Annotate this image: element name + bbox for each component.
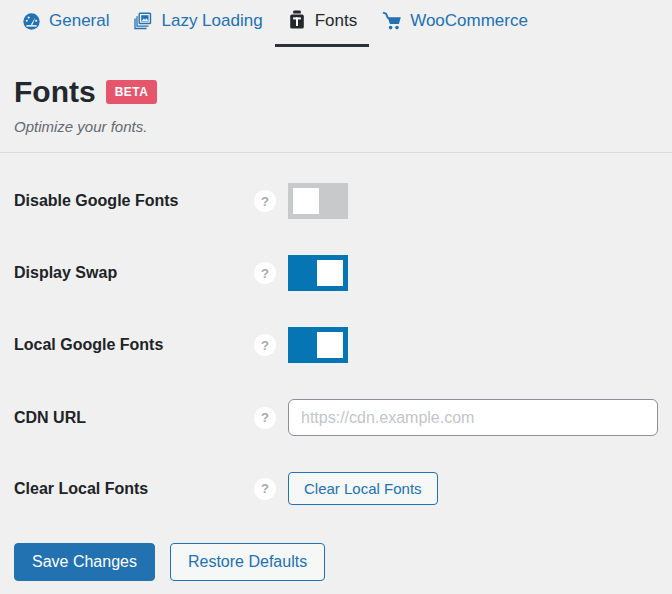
footer-actions: Save Changes Restore Defaults [14,543,658,581]
save-changes-button[interactable]: Save Changes [14,543,155,581]
restore-defaults-button[interactable]: Restore Defaults [170,543,325,581]
display-swap-toggle[interactable] [288,255,348,291]
tab-woocommerce[interactable]: WooCommerce [369,11,540,47]
cdn-url-input[interactable] [288,399,658,436]
help-icon[interactable]: ? [254,478,276,500]
help-icon[interactable]: ? [254,407,276,429]
setting-label: CDN URL [14,409,254,427]
setting-label: Display Swap [14,264,254,282]
settings-tab-bar: General Lazy Loading [0,0,672,47]
tab-lazy-loading[interactable]: Lazy Loading [121,11,274,47]
tab-fonts[interactable]: Fonts [275,10,370,47]
help-icon[interactable]: ? [254,262,276,284]
toggle-knob [317,260,343,286]
page-title: Fonts BETA [14,75,658,109]
tab-label: Lazy Loading [161,11,262,31]
cart-icon [381,11,402,31]
fonts-icon [287,10,307,31]
setting-label: Clear Local Fonts [14,480,254,498]
images-icon [133,11,153,31]
toggle-knob [317,332,343,358]
setting-row-local-google-fonts: Local Google Fonts ? [14,327,658,363]
setting-row-cdn-url: CDN URL ? [14,399,658,436]
beta-badge: BETA [106,80,158,104]
section-divider [0,152,672,153]
setting-row-disable-google-fonts: Disable Google Fonts ? [14,183,658,219]
settings-content: Fonts BETA Optimize your fonts. Disable … [0,75,672,581]
settings-rows: Disable Google Fonts ? Display Swap ? Lo… [14,183,658,505]
tab-general[interactable]: General [10,11,121,47]
setting-label: Local Google Fonts [14,336,254,354]
tab-label: General [49,11,109,31]
fonts-settings-page: General Lazy Loading [0,0,672,581]
setting-row-clear-local-fonts: Clear Local Fonts ? Clear Local Fonts [14,472,658,505]
dashboard-icon [22,12,41,31]
clear-local-fonts-button[interactable]: Clear Local Fonts [288,472,438,505]
help-icon[interactable]: ? [254,190,276,212]
local-google-fonts-toggle[interactable] [288,327,348,363]
help-icon[interactable]: ? [254,334,276,356]
page-subtitle: Optimize your fonts. [14,118,658,135]
tab-label: Fonts [315,11,358,31]
toggle-knob [293,188,319,214]
tab-label: WooCommerce [410,11,528,31]
setting-label: Disable Google Fonts [14,192,254,210]
disable-google-fonts-toggle[interactable] [288,183,348,219]
page-title-text: Fonts [14,75,96,109]
setting-row-display-swap: Display Swap ? [14,255,658,291]
